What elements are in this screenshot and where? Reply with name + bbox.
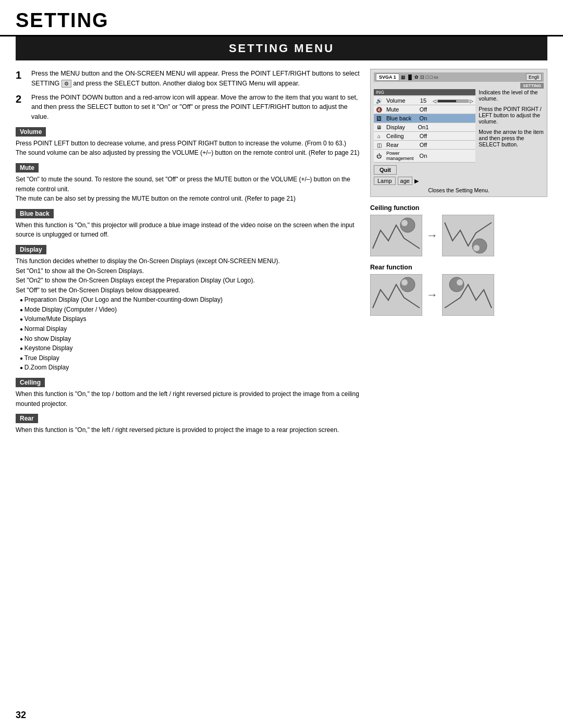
- volume-label: Volume: [16, 127, 46, 137]
- svg-point-2: [401, 220, 408, 226]
- ui-mockup: SVGA 1 ▦ ▐▌ ✿ ⊡ □ □ ▭ Engli SETTING ING …: [370, 69, 547, 197]
- display-menu-value: On1: [416, 123, 431, 132]
- mute-content: Set "On" to mute the sound. To restore t…: [16, 175, 360, 204]
- section-title: SETTING MENU: [21, 42, 542, 55]
- bullet-1: Preparation Display (Our Logo and the Nu…: [20, 295, 360, 305]
- ui-body: ING 🔊 Volume 15 ◁▷: [374, 89, 544, 185]
- menu-row-rear: ◫ Rear Off: [374, 141, 475, 150]
- bullet-4: Normal Display: [20, 324, 360, 334]
- display-label: Display: [16, 245, 46, 254]
- right-column: SVGA 1 ▦ ▐▌ ✿ ⊡ □ □ ▭ Engli SETTING ING …: [370, 69, 547, 440]
- ceiling-icon: ⌂: [374, 132, 384, 141]
- lamp-age-row: Lamp age ▶: [374, 177, 475, 185]
- blue-back-label: Blue back: [16, 209, 54, 218]
- engl-badge: Engli: [526, 73, 542, 81]
- bullet-6: Keystone Display: [20, 343, 360, 353]
- mute-text-2: The mute can be also set by pressing the…: [16, 194, 360, 204]
- step-1: 1 Press the MENU button and the ON-SCREE…: [16, 69, 360, 89]
- display-text-4: Set "Off" to set the On-Screen Displays …: [16, 286, 360, 295]
- bullet-5: No show Display: [20, 334, 360, 344]
- display-content: This function decides whether to display…: [16, 256, 360, 373]
- age-label: age: [398, 177, 412, 185]
- menu-row-mute: 🔇 Mute Off: [374, 105, 475, 114]
- blue-back-menu-value: On: [416, 114, 431, 123]
- svg-point-5: [473, 245, 480, 251]
- ceiling-diagram: →: [370, 215, 547, 256]
- mute-section: Mute Set "On" to mute the sound. To rest…: [16, 163, 360, 204]
- display-text-1: This function decides whether to display…: [16, 256, 360, 266]
- blue-back-content: When this function is "On," this project…: [16, 220, 360, 240]
- ceiling-arrow-icon: →: [426, 229, 438, 242]
- page-number: 32: [16, 710, 26, 721]
- vol-value: 15: [416, 96, 431, 105]
- menu-row-ceiling: ⌂ Ceiling Off: [374, 132, 475, 141]
- menu-row-display: 🖥 Display On1: [374, 123, 475, 132]
- step-1-text: Press the MENU button and the ON-SCREEN …: [31, 69, 360, 89]
- rear-diagram: →: [370, 274, 547, 316]
- bullet-3: Volume/Mute Displays: [20, 314, 360, 324]
- quit-lamp-row: Quit: [374, 165, 475, 175]
- ing-label: ING: [374, 89, 475, 95]
- rear-before-svg: [370, 274, 422, 316]
- ui-notes: Indicates the level of the volume. Press…: [479, 89, 544, 185]
- display-icon: 🖥: [374, 123, 384, 132]
- rear-content: When this function is "On," the left / r…: [16, 425, 360, 435]
- volume-content: Press POINT LEFT button to decrease volu…: [16, 139, 360, 158]
- bullet-8: D.Zoom Display: [20, 363, 360, 373]
- ceiling-section: Ceiling When this function is "On," the …: [16, 378, 360, 409]
- rear-section: Rear When this function is "On," the lef…: [16, 414, 360, 435]
- ceiling-menu-value: Off: [416, 132, 431, 141]
- right-arrow-icon: ▶: [414, 178, 419, 184]
- blue-back-icon: 🖼: [374, 114, 384, 123]
- blue-back-text: When this function is "On," this project…: [16, 220, 360, 240]
- left-column: 1 Press the MENU button and the ON-SCREE…: [16, 69, 360, 440]
- step-2-text: Press the POINT DOWN button and a red-ar…: [31, 93, 360, 122]
- lamp-label: Lamp: [374, 177, 396, 185]
- page-title: SETTING: [16, 9, 547, 32]
- closes-note: Closes the Setting Menu.: [374, 187, 544, 193]
- menu-row-volume: 🔊 Volume 15 ◁▷: [374, 96, 475, 105]
- quit-button[interactable]: Quit: [374, 165, 397, 175]
- ui-left-panel: ING 🔊 Volume 15 ◁▷: [374, 89, 475, 185]
- step-2: 2 Press the POINT DOWN button and a red-…: [16, 93, 360, 122]
- move-note: Move the arrow to the item and then pres…: [479, 129, 544, 147]
- display-text-3: Set "On2" to show the On-Screen Displays…: [16, 276, 360, 286]
- svg-point-8: [401, 279, 408, 286]
- ceiling-function-section: Ceiling function →: [370, 204, 547, 316]
- ceiling-after-svg: [442, 215, 494, 256]
- ceiling-text: When this function is "On," the top / bo…: [16, 389, 360, 409]
- rear-label: Rear: [16, 414, 38, 423]
- menu-icons: ▦ ▐▌ ✿ ⊡ □ □ ▭: [401, 75, 439, 80]
- menu-row-power: ⏻ Power management On: [374, 150, 475, 163]
- menu-table: 🔊 Volume 15 ◁▷ 🔇 Mute Off: [374, 96, 475, 163]
- vol-name: Volume: [384, 96, 416, 105]
- ceiling-function-title: Ceiling function: [370, 204, 547, 212]
- volume-text-2: The sound volume can be also adjusted by…: [16, 148, 360, 158]
- ceiling-label: Ceiling: [16, 378, 45, 387]
- menu-row-blue-back: 🖼 Blue back On: [374, 114, 475, 123]
- display-menu-name: Display: [384, 123, 416, 132]
- setting-top-label: SETTING: [374, 83, 544, 89]
- rear-arrow-icon: →: [426, 288, 438, 302]
- bullet-7: True Display: [20, 353, 360, 363]
- mute-icon: 🔇: [374, 105, 384, 114]
- power-menu-value: On: [416, 150, 431, 163]
- volume-section: Volume Press POINT LEFT button to decrea…: [16, 127, 360, 158]
- ui-toolbar: SVGA 1 ▦ ▐▌ ✿ ⊡ □ □ ▭ Engli: [374, 72, 544, 82]
- display-bullet-list: Preparation Display (Our Logo and the Nu…: [16, 295, 360, 373]
- closes-text: Closes the Setting Menu.: [428, 187, 489, 193]
- step-2-number: 2: [16, 93, 27, 122]
- mute-label: Mute: [16, 163, 39, 172]
- svga-badge: SVGA 1: [376, 73, 399, 81]
- ceiling-menu-name: Ceiling: [384, 132, 416, 141]
- vol-icon: 🔊: [374, 96, 384, 105]
- setting-badge: SETTING: [520, 83, 544, 89]
- blue-back-section: Blue back When this function is "On," th…: [16, 209, 360, 240]
- power-menu-name: Power management: [384, 150, 416, 163]
- mute-menu-name: Mute: [384, 105, 416, 114]
- svg-point-11: [457, 279, 463, 286]
- display-text-2: Set "On1" to show all the On-Screen Disp…: [16, 266, 360, 276]
- rear-function-title: Rear function: [370, 264, 547, 271]
- power-icon: ⏻: [374, 150, 384, 163]
- main-content: 1 Press the MENU button and the ON-SCREE…: [0, 60, 563, 449]
